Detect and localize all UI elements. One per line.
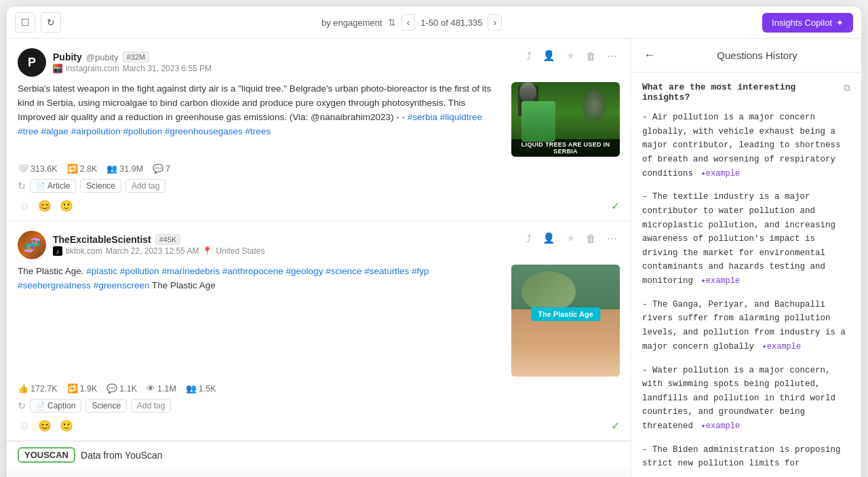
post-body: The Plastic Age. #plastic #pollution #ma… xyxy=(18,265,620,377)
answer-point: - Water pollution is a major concern, wi… xyxy=(642,364,850,434)
post-header: P Pubity @pubity #32M 📷 instagram.com xyxy=(18,48,620,77)
views-stat: 👁 1.1M xyxy=(146,383,176,394)
answer-body: - Air pollution is a major concern globa… xyxy=(642,111,850,471)
copilot-sparkle-icon: ✦ xyxy=(836,18,844,28)
tag-icon: 📄 xyxy=(36,402,45,411)
prev-btn[interactable]: ‹ xyxy=(401,14,416,31)
post-footer: ☺ 😊 🙂 ✓ xyxy=(18,198,620,214)
check-btn[interactable]: ✓ xyxy=(611,199,620,212)
example-link[interactable]: ✦example xyxy=(701,275,741,288)
reach-stat: 👥 1.5K xyxy=(186,383,216,394)
question-text: What are the most interesting insights? … xyxy=(642,82,850,102)
author-name: Pubity xyxy=(53,52,82,62)
tiktok-icon: ♪ xyxy=(53,246,62,256)
sort-icon[interactable]: ⇅ xyxy=(388,17,396,28)
post-stats: 🤍 313.6K 🔁 2.8K 👥 31.9M 💬 7 xyxy=(18,164,620,174)
post-header-left: 🧬 TheExcitableScientist #45K ♪ tiktok.co… xyxy=(18,231,264,259)
follower-badge: #45K xyxy=(155,234,181,245)
post-image: LIQUID TREES ARE USED IN SERBIA xyxy=(511,82,620,157)
example-link[interactable]: ✦example xyxy=(701,168,741,181)
science-tag-label: Science xyxy=(86,181,115,191)
emoji-btn-3[interactable]: 🙂 xyxy=(58,418,75,434)
star-btn[interactable]: ★ xyxy=(564,48,578,63)
science-tag[interactable]: Science xyxy=(85,399,127,413)
more-btn[interactable]: ⋯ xyxy=(604,231,620,246)
example-link[interactable]: ✦example xyxy=(701,420,741,434)
range-label: 1-50 of 481,335 xyxy=(420,18,482,28)
emoji-btn-2[interactable]: 😊 xyxy=(37,198,53,214)
likes-stat: 👍 172.7K xyxy=(18,383,58,394)
post-image: The Plastic Age xyxy=(511,265,620,377)
top-bar-left: ☐ ↻ xyxy=(15,12,61,33)
comments-stat: 💬 7 xyxy=(153,164,170,174)
comments-stat: 💬 1.1K xyxy=(106,383,137,394)
post-tags: ↻ 📄 Caption Science Add tag xyxy=(18,399,620,413)
tags-refresh-btn[interactable]: ↻ xyxy=(18,180,26,191)
post-card: 🧬 TheExcitableScientist #45K ♪ tiktok.co… xyxy=(7,221,631,441)
next-btn[interactable]: › xyxy=(488,14,502,31)
science-tag-label: Science xyxy=(92,401,121,411)
add-tag-btn[interactable]: Add tag xyxy=(125,179,165,193)
post-source-line: 📷 instagram.com March 31, 2023 6:55 PM xyxy=(53,64,212,73)
emoji-actions: ☺ 😊 🙂 xyxy=(18,418,75,434)
post-source-line: ♪ tiktok.com March 22, 2023 12:55 AM 📍 U… xyxy=(53,246,264,256)
delete-btn[interactable]: 🗑 xyxy=(583,49,599,63)
add-person-btn[interactable]: 👤 xyxy=(540,231,558,246)
post-meta-group: Pubity @pubity #32M 📷 instagram.com Marc… xyxy=(53,52,212,73)
caption-tag[interactable]: 📄 Caption xyxy=(30,399,81,413)
article-tag[interactable]: 📄 Article xyxy=(30,179,76,193)
add-tag-btn[interactable]: Add tag xyxy=(131,399,171,413)
emoji-btn-2[interactable]: 😊 xyxy=(37,418,53,434)
back-btn[interactable]: ← xyxy=(642,47,657,64)
author-handle: @pubity xyxy=(86,52,119,62)
copy-btn[interactable]: ⧉ xyxy=(844,82,850,94)
youscan-text: Data from YouScan xyxy=(81,450,163,461)
insights-panel: ← Questions History What are the most in… xyxy=(631,39,861,477)
refresh-btn[interactable]: ↻ xyxy=(41,12,61,33)
posts-area: P Pubity @pubity #32M 📷 instagram.com xyxy=(7,39,631,477)
emoji-btn-1[interactable]: ☺ xyxy=(18,198,31,214)
emoji-btn-1[interactable]: ☺ xyxy=(18,418,31,434)
share-btn[interactable]: ⤴ xyxy=(524,231,534,246)
youscan-badge: YOUSCAN xyxy=(18,447,75,463)
tags-refresh-btn[interactable]: ↻ xyxy=(18,400,26,411)
emoji-btn-3[interactable]: 🙂 xyxy=(58,198,75,214)
post-date: March 31, 2023 6:55 PM xyxy=(123,64,212,73)
reposts-stat: 🔁 2.8K xyxy=(67,164,98,174)
post-text: The Plastic Age. #plastic #pollution #ma… xyxy=(18,265,503,377)
post-card: P Pubity @pubity #32M 📷 instagram.com xyxy=(7,39,631,221)
top-bar-center: by engagement ⇅ ‹ 1-50 of 481,335 › xyxy=(66,14,757,31)
example-link[interactable]: ✦example xyxy=(762,341,802,354)
youscan-logo: YOUSCAN Data from YouScan xyxy=(18,447,163,463)
avatar-image: 🧬 xyxy=(18,231,46,259)
platform-label: instagram.com xyxy=(66,64,119,73)
insights-copilot-btn[interactable]: Insights Copilot ✦ xyxy=(762,13,853,33)
science-tag[interactable]: Science xyxy=(80,179,121,193)
answer-point: - The Ganga, Periyar, and Bachupalli riv… xyxy=(642,298,850,354)
instagram-icon: 📷 xyxy=(53,64,62,73)
post-meta-group: TheExcitableScientist #45K ♪ tiktok.com … xyxy=(53,234,264,256)
author-name: TheExcitableScientist xyxy=(53,234,151,245)
answer-point-text: - The textile industry is a major contri… xyxy=(642,192,835,286)
answer-point-text: - Air pollution is a major concern globa… xyxy=(642,113,841,178)
emoji-actions: ☺ 😊 🙂 xyxy=(18,198,75,214)
insights-copilot-label: Insights Copilot xyxy=(772,18,832,28)
question-block: What are the most interesting insights? … xyxy=(642,82,850,471)
star-btn[interactable]: ★ xyxy=(564,231,578,246)
avatar-letter: P xyxy=(28,56,36,70)
bottom-bar: YOUSCAN Data from YouScan xyxy=(7,441,631,468)
add-person-btn[interactable]: 👤 xyxy=(540,48,558,63)
question-label: What are the most interesting insights? xyxy=(642,82,838,102)
checkbox-btn[interactable]: ☐ xyxy=(15,12,35,33)
post-actions-right: ⤴ 👤 ★ 🗑 ⋯ xyxy=(524,48,620,63)
plastic-age-label: The Plastic Age xyxy=(531,307,600,321)
share-btn[interactable]: ⤴ xyxy=(524,49,534,63)
answer-point: - Air pollution is a major concern globa… xyxy=(642,111,850,180)
post-author-line: TheExcitableScientist #45K xyxy=(53,234,264,245)
more-btn[interactable]: ⋯ xyxy=(604,48,620,63)
post-header-left: P Pubity @pubity #32M 📷 instagram.com xyxy=(18,48,212,77)
check-btn[interactable]: ✓ xyxy=(611,419,620,432)
post-tags: ↻ 📄 Article Science Add tag xyxy=(18,179,620,193)
delete-btn[interactable]: 🗑 xyxy=(583,231,599,246)
likes-stat: 🤍 313.6K xyxy=(18,164,58,174)
